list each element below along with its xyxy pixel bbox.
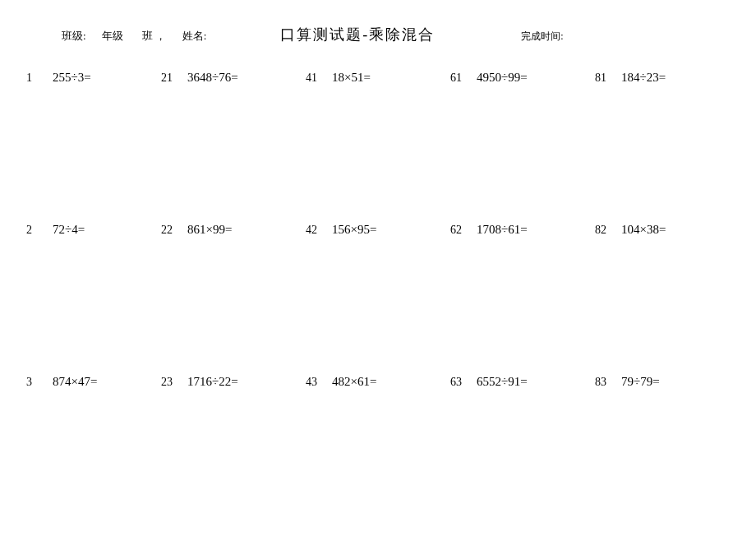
problem-expression: 1708÷61= xyxy=(477,223,528,237)
problem-expression: 3648÷76= xyxy=(187,71,238,85)
problem-cell: 82 104×38= xyxy=(595,221,740,373)
class-label: 班级: xyxy=(62,29,86,44)
grade-label: 年级 xyxy=(102,29,123,44)
problem-expression: 861×99= xyxy=(187,223,232,237)
problem-cell: 22 861×99= xyxy=(161,221,306,373)
problem-cell: 41 18×51= xyxy=(306,69,450,221)
problem-number: 3 xyxy=(26,376,53,389)
time-label: 完成时间: xyxy=(521,30,563,44)
problem-number: 21 xyxy=(161,72,187,85)
problems-grid: 1 255÷3= 21 3648÷76= 41 18×51= 61 4950÷9… xyxy=(16,69,740,525)
problem-expression: 184÷23= xyxy=(621,71,666,85)
problem-expression: 4950÷99= xyxy=(477,71,528,85)
problem-expression: 104×38= xyxy=(621,223,666,237)
problem-expression: 6552÷91= xyxy=(477,375,528,389)
worksheet-header: 班级: 年级 班 ， 姓名: 口算测试题-乘除混合 完成时间: xyxy=(16,25,740,44)
problem-number: 43 xyxy=(306,376,332,389)
problem-number: 81 xyxy=(595,72,621,85)
problem-cell: 3 874×47= xyxy=(16,373,161,525)
problem-cell: 43 482×61= xyxy=(306,373,450,525)
problem-cell: 1 255÷3= xyxy=(16,69,161,221)
name-label: 姓名: xyxy=(182,29,207,44)
problem-expression: 72÷4= xyxy=(53,223,85,237)
problem-number: 82 xyxy=(595,224,621,237)
problem-number: 83 xyxy=(595,376,621,389)
problem-expression: 79÷79= xyxy=(621,375,660,389)
problem-cell: 42 156×95= xyxy=(306,221,450,373)
problem-number: 42 xyxy=(306,224,332,237)
problem-cell: 63 6552÷91= xyxy=(450,373,595,525)
problem-number: 62 xyxy=(450,224,477,237)
problem-cell: 23 1716÷22= xyxy=(161,373,306,525)
problem-expression: 255÷3= xyxy=(53,71,91,85)
problem-number: 1 xyxy=(26,72,53,85)
spacer xyxy=(86,29,103,44)
spacer xyxy=(123,29,142,44)
problem-expression: 156×95= xyxy=(332,223,376,237)
problem-cell: 61 4950÷99= xyxy=(450,69,595,221)
problem-expression: 1716÷22= xyxy=(187,375,238,389)
worksheet-title: 口算测试题-乘除混合 xyxy=(280,25,435,44)
problem-number: 2 xyxy=(26,224,53,237)
problem-number: 41 xyxy=(306,72,332,85)
problem-number: 63 xyxy=(450,376,477,389)
problem-expression: 874×47= xyxy=(53,375,97,389)
problem-expression: 482×61= xyxy=(332,375,376,389)
problem-cell: 21 3648÷76= xyxy=(161,69,306,221)
problem-cell: 62 1708÷61= xyxy=(450,221,595,373)
problem-number: 22 xyxy=(161,224,187,237)
problem-cell: 83 79÷79= xyxy=(595,373,740,525)
header-left-group: 班级: 年级 班 ， 姓名: xyxy=(62,29,206,44)
spacer xyxy=(166,29,182,44)
problem-expression: 18×51= xyxy=(332,71,371,85)
problem-cell: 81 184÷23= xyxy=(595,69,740,221)
class-suffix: 班 ， xyxy=(142,29,166,44)
problem-cell: 2 72÷4= xyxy=(16,221,161,373)
problem-number: 23 xyxy=(161,376,187,389)
problem-number: 61 xyxy=(450,72,477,85)
